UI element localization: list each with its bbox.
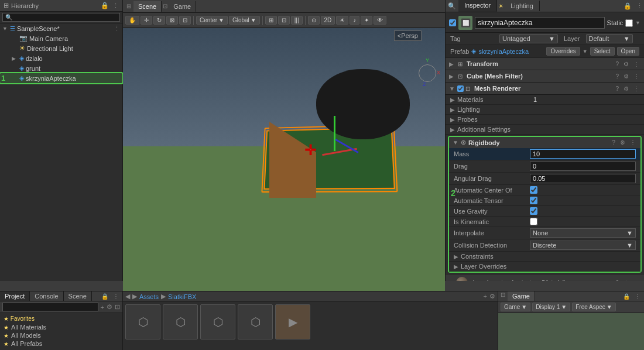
mesh-renderer-help-icon[interactable]: ? (614, 85, 620, 92)
tool-snap[interactable]: ⊡ (278, 16, 290, 25)
tool-audio[interactable]: ♪ (350, 16, 359, 25)
asset-item-0[interactable]: ⬡ (125, 304, 160, 339)
tool-move[interactable]: ✛ (141, 16, 152, 25)
tab-scene-bottom[interactable]: Scene (64, 291, 92, 301)
additional-settings-arrow[interactable]: ▶ (450, 126, 455, 133)
lock-bottom-icon[interactable]: 🔒 (100, 293, 109, 300)
sidebar-item-sample-scene[interactable]: ▼ ☰ SampleScene* ⋮ (0, 23, 122, 33)
game-label-dropdown[interactable]: Game ▼ (501, 303, 530, 311)
settings-project-icon[interactable]: ⚙ (107, 303, 112, 311)
mass-input[interactable] (530, 149, 636, 159)
auto-center-checkbox[interactable] (530, 186, 537, 194)
tab-scene[interactable]: Scene (133, 1, 162, 12)
sidebar-item-dzialo[interactable]: ▶ ◈ dzialo (0, 53, 122, 63)
global-dropdown[interactable]: Global ▼ (229, 16, 260, 25)
tool-2d[interactable]: 2D (321, 16, 335, 25)
transform-menu-icon[interactable]: ⋮ (632, 60, 640, 68)
asset-item-1[interactable]: ⬡ (163, 304, 198, 339)
object-active-checkbox[interactable] (449, 19, 456, 26)
object-name-field[interactable] (475, 17, 605, 29)
tag-dropdown[interactable]: Untagged ▼ (499, 34, 558, 43)
component-mesh-filter-header[interactable]: ▶ ⊡ Cube (Mesh Filter) ? ⚙ ⋮ (446, 70, 644, 83)
tab-game-bottom[interactable]: Game (508, 291, 535, 301)
mesh-renderer-checkbox[interactable] (457, 85, 464, 92)
probes-arrow[interactable]: ▶ (450, 116, 455, 123)
open-button[interactable]: Open (617, 47, 639, 56)
asset-item-4[interactable]: ▶ (275, 304, 310, 339)
fav-all-materials[interactable]: ★ All Materials (4, 323, 119, 331)
layer-overrides-arrow[interactable]: ▶ (454, 263, 458, 270)
center-dropdown[interactable]: Center ▼ (196, 16, 228, 25)
hierarchy-search-input[interactable] (2, 13, 120, 22)
auto-tensor-checkbox[interactable] (530, 197, 537, 204)
lock-icon[interactable]: 🔒 (101, 2, 109, 9)
aspect-dropdown[interactable]: Free Aspec ▼ (572, 303, 616, 311)
constraints-arrow[interactable]: ▶ (454, 253, 458, 260)
layer-dropdown[interactable]: Default ▼ (586, 34, 633, 43)
tool-hidden[interactable]: 👁 (374, 16, 386, 25)
assets-add-icon[interactable]: + (484, 293, 487, 300)
tool-scale[interactable]: ⊠ (166, 16, 178, 25)
material-menu-icon[interactable]: ⋮ (632, 279, 640, 282)
angular-drag-input[interactable] (530, 174, 636, 183)
sidebar-item-skrzyniaapteczka[interactable]: ▶ ◈ skrzyniaApteczka (0, 73, 122, 83)
materials-arrow[interactable]: ▶ (450, 97, 455, 103)
tab-inspector[interactable]: Inspector (458, 0, 497, 12)
fav-all-prefabs[interactable]: ★ All Prefabs (4, 339, 119, 348)
mesh-filter-help-icon[interactable]: ? (614, 73, 620, 80)
menu-icon[interactable]: ⋮ (112, 2, 119, 9)
tool-hand[interactable]: ✋ (125, 16, 139, 25)
drag-input[interactable] (530, 162, 636, 171)
sidebar-item-main-camera[interactable]: ▶ 📷 Main Camera (0, 33, 122, 43)
material-settings-icon[interactable]: ⚙ (622, 279, 630, 282)
path-siatki[interactable]: SiatkiFBX (168, 293, 196, 300)
lock-game-icon[interactable]: 🔒 (622, 293, 631, 300)
rigidbody-help-icon[interactable]: ? (611, 139, 616, 146)
interpolate-dropdown[interactable]: None ▼ (530, 228, 636, 238)
tool-rotate[interactable]: ↻ (153, 16, 165, 25)
is-kinematic-checkbox[interactable] (530, 218, 537, 225)
material-header[interactable]: ▶ skrzynia_apteczka_textura (Material) ?… (446, 275, 644, 281)
tool-fx[interactable]: ✦ (361, 16, 372, 25)
asset-item-2[interactable]: ⬡ (200, 304, 235, 339)
assets-settings-icon[interactable]: ⚙ (489, 293, 495, 300)
overrides-button[interactable]: Overrides (546, 47, 580, 56)
tab-console[interactable]: Console (30, 291, 63, 301)
transform-help-icon[interactable]: ? (614, 60, 620, 68)
mesh-renderer-menu-icon[interactable]: ⋮ (632, 85, 640, 92)
menu-game-icon[interactable]: ⋮ (633, 293, 642, 300)
fav-all-models[interactable]: ★ All Models (4, 331, 119, 339)
static-checkbox[interactable] (625, 19, 633, 27)
menu-inspector-icon[interactable]: ⋮ (635, 2, 644, 11)
material-help-icon[interactable]: ? (614, 279, 620, 282)
tool-grid[interactable]: ⊞ (265, 16, 277, 25)
use-gravity-checkbox[interactable] (530, 207, 537, 215)
tab-game[interactable]: Game (169, 1, 196, 12)
lock-inspector-icon[interactable]: 🔒 (622, 2, 633, 11)
assets-forward-icon[interactable]: ▶ (132, 293, 137, 300)
sidebar-item-grunt[interactable]: ▶ ◈ grunt (0, 63, 122, 73)
rigidbody-menu-icon[interactable]: ⋮ (629, 139, 637, 146)
project-search-input[interactable] (2, 303, 98, 311)
mesh-filter-settings-icon[interactable]: ⚙ (622, 73, 630, 80)
tab-lighting[interactable]: Lighting (505, 1, 540, 11)
scene-menu[interactable]: ⋮ (114, 25, 120, 32)
add-project-icon[interactable]: + (101, 304, 104, 311)
menu-bottom-icon[interactable]: ⋮ (112, 293, 120, 300)
tool-rect[interactable]: ⊡ (179, 16, 191, 25)
mesh-renderer-settings-icon[interactable]: ⚙ (622, 85, 630, 92)
static-dropdown-arrow[interactable]: ▼ (635, 20, 640, 26)
display-dropdown[interactable]: Display 1 ▼ (532, 303, 570, 311)
tool-light[interactable]: ☀ (336, 16, 348, 25)
asset-item-3[interactable]: ⬡ (238, 304, 273, 339)
component-mesh-renderer-header[interactable]: ▼ ⊡ Mesh Renderer ? ⚙ ⋮ (446, 83, 644, 95)
tool-extra[interactable]: ||| (291, 16, 303, 25)
rigidbody-header[interactable]: ▼ ⊛ Rigidbody ? ⚙ ⋮ (449, 137, 640, 148)
rigidbody-settings-icon[interactable]: ⚙ (619, 139, 626, 146)
mesh-filter-menu-icon[interactable]: ⋮ (632, 73, 640, 80)
tool-view[interactable]: ⊙ (308, 16, 320, 25)
package-icon[interactable]: ⊡ (115, 303, 120, 311)
path-assets[interactable]: Assets (139, 293, 159, 300)
collision-detection-dropdown[interactable]: Discrete ▼ (530, 241, 636, 250)
sidebar-item-directional-light[interactable]: ▶ ☀ Directional Light (0, 43, 122, 53)
